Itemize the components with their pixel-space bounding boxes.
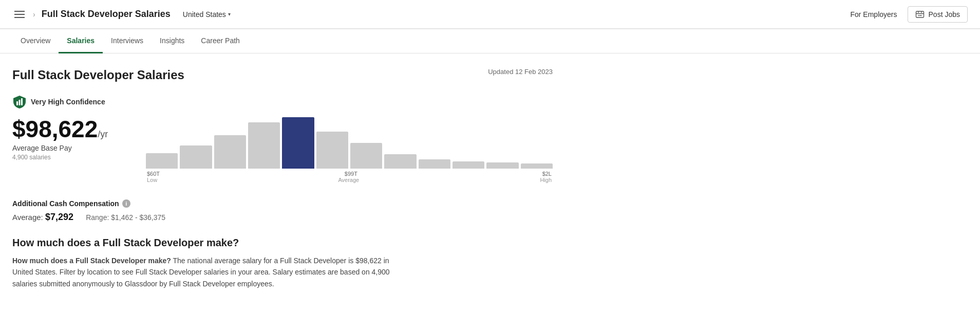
salary-per-yr: /yr bbox=[98, 129, 108, 139]
chart-sub-labels: Low Average High bbox=[146, 177, 553, 183]
cash-range-label: Range: bbox=[86, 213, 109, 222]
chart-sub-high: High bbox=[540, 177, 552, 183]
post-jobs-label: Post Jobs bbox=[929, 10, 960, 19]
updated-text: Updated 12 Feb 2023 bbox=[488, 68, 553, 76]
how-much-text: How much does a Full Stack Developer mak… bbox=[12, 255, 403, 289]
page-title: Full Stack Developer Salaries bbox=[12, 68, 184, 82]
svg-rect-0 bbox=[916, 11, 924, 17]
bar-chart-container: $60T $99T $2L Low Average High bbox=[146, 117, 553, 183]
bar-6[interactable] bbox=[350, 143, 382, 169]
salary-amount: $98,622/yr bbox=[12, 117, 115, 141]
breadcrumb-arrow: › bbox=[33, 10, 35, 19]
additional-cash-title-text: Additional Cash Compensation bbox=[12, 199, 119, 208]
tab-career-path[interactable]: Career Path bbox=[193, 29, 248, 53]
info-icon[interactable]: i bbox=[122, 199, 130, 208]
chart-label-avg-value: $99T bbox=[345, 171, 357, 177]
salary-label: Average Base Pay bbox=[12, 144, 115, 152]
location-label: United States bbox=[183, 10, 226, 19]
main-content: Full Stack Developer Salaries Updated 12… bbox=[0, 53, 565, 304]
tab-interviews[interactable]: Interviews bbox=[103, 29, 152, 53]
chart-sub-avg: Average bbox=[338, 177, 359, 183]
cash-avg-value: $7,292 bbox=[45, 212, 73, 222]
post-jobs-button[interactable]: Post Jobs bbox=[908, 6, 968, 23]
cash-range-value: $1,462 - $36,375 bbox=[111, 213, 165, 222]
additional-cash-title: Additional Cash Compensation i bbox=[12, 199, 553, 208]
cash-avg-label: Average: bbox=[12, 213, 43, 222]
bar-chart bbox=[146, 117, 553, 169]
header: › Full Stack Developer Salaries United S… bbox=[0, 0, 980, 29]
bar-5[interactable] bbox=[316, 132, 348, 169]
bar-9[interactable] bbox=[453, 161, 484, 169]
svg-rect-2 bbox=[19, 100, 21, 105]
bar-2[interactable] bbox=[214, 135, 246, 169]
salary-value: $98,622 bbox=[12, 116, 98, 142]
how-much-section: How much does a Full Stack Developer mak… bbox=[12, 237, 553, 289]
nav-tabs: Overview Salaries Interviews Insights Ca… bbox=[0, 29, 980, 53]
bar-7[interactable] bbox=[384, 154, 416, 169]
how-much-bold: How much does a Full Stack Developer mak… bbox=[12, 257, 171, 265]
bar-8[interactable] bbox=[419, 159, 450, 169]
hamburger-menu-icon[interactable] bbox=[12, 9, 27, 20]
salary-section: $98,622/yr Average Base Pay 4,900 salari… bbox=[12, 117, 553, 183]
bar-11[interactable] bbox=[521, 163, 553, 169]
cash-range: Range: $1,462 - $36,375 bbox=[86, 213, 165, 222]
chart-sub-low: Low bbox=[147, 177, 157, 183]
confidence-icon bbox=[12, 95, 27, 109]
header-page-title: Full Stack Developer Salaries bbox=[42, 9, 171, 20]
bar-1[interactable] bbox=[180, 145, 212, 169]
svg-rect-3 bbox=[21, 98, 23, 105]
chevron-down-icon: ▾ bbox=[228, 11, 231, 17]
bar-10[interactable] bbox=[486, 162, 518, 169]
chart-labels: $60T $99T $2L bbox=[146, 171, 553, 177]
heading-row: Full Stack Developer Salaries Updated 12… bbox=[12, 68, 553, 84]
tab-insights[interactable]: Insights bbox=[152, 29, 193, 53]
confidence-badge: Very High Confidence bbox=[12, 95, 553, 109]
bar-4[interactable] bbox=[282, 117, 314, 169]
svg-rect-1 bbox=[16, 101, 18, 105]
chart-label-low-value: $60T bbox=[147, 171, 160, 177]
bar-0[interactable] bbox=[146, 153, 178, 169]
header-right: For Employers Post Jobs bbox=[850, 6, 968, 23]
bar-3[interactable] bbox=[248, 122, 280, 169]
salary-count: 4,900 salaries bbox=[12, 154, 115, 161]
confidence-text: Very High Confidence bbox=[31, 98, 105, 106]
post-jobs-icon bbox=[915, 10, 925, 19]
chart-label-high-value: $2L bbox=[542, 171, 552, 177]
header-left: › Full Stack Developer Salaries United S… bbox=[12, 9, 850, 20]
tab-overview[interactable]: Overview bbox=[12, 29, 59, 53]
salary-left: $98,622/yr Average Base Pay 4,900 salari… bbox=[12, 117, 115, 161]
how-much-title: How much does a Full Stack Developer mak… bbox=[12, 237, 553, 249]
tab-salaries[interactable]: Salaries bbox=[59, 29, 103, 53]
for-employers-link[interactable]: For Employers bbox=[850, 10, 897, 19]
location-selector[interactable]: United States ▾ bbox=[183, 10, 231, 19]
cash-values: Average: $7,292 Range: $1,462 - $36,375 bbox=[12, 212, 553, 223]
additional-cash-section: Additional Cash Compensation i Average: … bbox=[12, 199, 553, 223]
